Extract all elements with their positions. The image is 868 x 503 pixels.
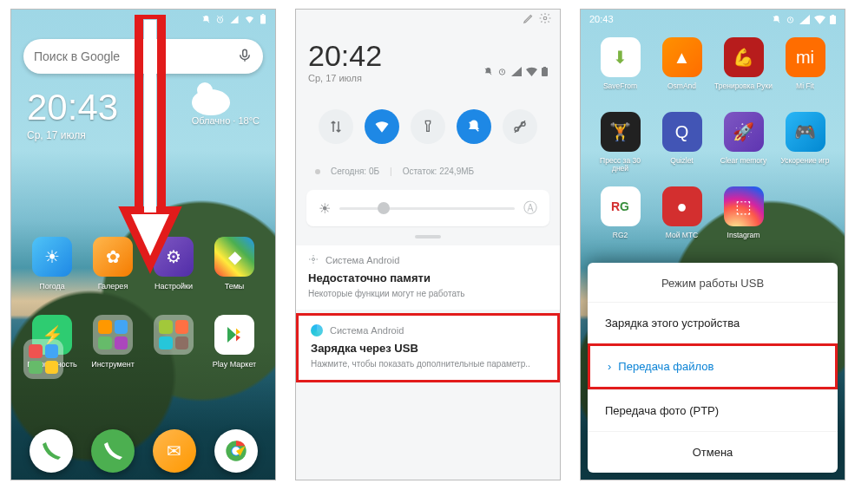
status-time: 20:43 bbox=[589, 14, 614, 24]
qs-mobile-data[interactable] bbox=[319, 109, 353, 144]
weather-icon: ☀ bbox=[32, 237, 72, 277]
map-icon: ▲ bbox=[662, 37, 702, 77]
qs-flashlight[interactable] bbox=[411, 109, 445, 144]
wifi-icon bbox=[814, 15, 825, 24]
shade-drag-handle[interactable] bbox=[415, 235, 441, 238]
screen-usb-dialog: 20:43 ⬇SaveFrom ▲OsmAnd 💪Тренировка Руки… bbox=[580, 9, 845, 480]
pencil-icon[interactable] bbox=[523, 12, 535, 26]
dock-dialer[interactable] bbox=[30, 429, 73, 473]
app-instagram[interactable]: ⬚Instagram bbox=[713, 186, 774, 249]
folder-icon bbox=[93, 315, 133, 355]
app-quizlet[interactable]: QQuizlet bbox=[651, 112, 713, 174]
app-arm-workout[interactable]: 💪Тренировка Руки bbox=[713, 37, 774, 100]
weather-text: Облачно · 18°C bbox=[192, 115, 260, 126]
download-icon: ⬇ bbox=[601, 37, 641, 77]
app-abs30[interactable]: 🏋Пресс за 30 дней bbox=[589, 112, 651, 174]
slider-track[interactable] bbox=[339, 207, 515, 210]
qs-screenshot[interactable] bbox=[503, 109, 537, 144]
svg-rect-19 bbox=[830, 16, 836, 24]
clock-block[interactable]: 20:43 Ср, 17 июля bbox=[27, 89, 118, 141]
usb-option-ptp[interactable]: Передача фото (PTP) bbox=[588, 389, 838, 431]
signal-icon bbox=[799, 15, 810, 24]
qs-dnd[interactable] bbox=[457, 109, 491, 144]
alarm-icon bbox=[215, 15, 225, 24]
android-icon bbox=[311, 324, 323, 336]
app-themes[interactable]: ◆Темы bbox=[204, 237, 265, 291]
usb-option-file-transfer[interactable]: › Передача файлов bbox=[588, 343, 838, 389]
shade-date: Ср, 17 июля bbox=[308, 73, 382, 83]
instagram-icon: ⬚ bbox=[724, 186, 764, 226]
chevron-right-icon: › bbox=[608, 360, 611, 373]
sun-icon: ☀ bbox=[319, 200, 331, 217]
shade-header: 20:42 Ср, 17 июля bbox=[296, 29, 560, 88]
status-icons-right bbox=[201, 14, 266, 24]
notification-usb-charging[interactable]: Система Android Зарядка через USB Нажмит… bbox=[296, 313, 560, 382]
quizlet-icon: Q bbox=[662, 112, 702, 152]
clock-time: 20:43 bbox=[27, 89, 118, 126]
rg2-icon: RG bbox=[601, 186, 641, 226]
notif-title: Зарядка через USB bbox=[311, 342, 545, 355]
alarm-icon bbox=[497, 67, 507, 76]
svg-rect-1 bbox=[260, 15, 266, 23]
bell-off-icon bbox=[772, 15, 781, 24]
mi-icon: mi bbox=[786, 37, 825, 77]
notification-shade: 20:42 Ср, 17 июля Сегодня: 0Б | Остаток:… bbox=[296, 10, 560, 480]
folder-icon[interactable] bbox=[23, 339, 63, 379]
bell-off-icon bbox=[201, 15, 211, 24]
qs-wifi[interactable] bbox=[365, 109, 399, 144]
dock-chrome[interactable] bbox=[214, 429, 258, 473]
themes-icon: ◆ bbox=[214, 237, 254, 277]
svg-rect-10 bbox=[144, 20, 156, 212]
app-mymts[interactable]: ●Мой МТС bbox=[651, 186, 713, 249]
signal-icon bbox=[511, 67, 522, 76]
slider-thumb[interactable] bbox=[378, 202, 390, 214]
notif-body: Нажмите, чтобы показать дополнительные п… bbox=[311, 358, 545, 369]
battery-icon bbox=[260, 14, 266, 24]
app-savefrom[interactable]: ⬇SaveFrom bbox=[589, 37, 651, 100]
brightness-slider[interactable]: ☀ Ⓐ bbox=[306, 190, 549, 226]
rocket-icon: 🚀 bbox=[724, 112, 764, 152]
app-weather[interactable]: ☀Погода bbox=[22, 237, 82, 291]
svg-rect-13 bbox=[542, 68, 548, 76]
auto-brightness-toggle[interactable]: Ⓐ bbox=[523, 199, 537, 218]
svg-rect-20 bbox=[832, 15, 834, 16]
app-tools-folder[interactable]: Инструмент bbox=[82, 315, 143, 369]
storage-remaining: Остаток: 224,9МБ bbox=[403, 167, 474, 176]
shade-status-icons bbox=[483, 67, 548, 76]
dock-phone[interactable] bbox=[91, 429, 135, 473]
search-placeholder: Поиск в Google bbox=[34, 49, 120, 63]
weather-widget[interactable]: Облачно · 18°C bbox=[192, 89, 260, 126]
app-gamebooster[interactable]: 🎮Ускорение игр bbox=[774, 112, 836, 174]
usb-mode-sheet: Режим работы USB Зарядка этого устройств… bbox=[588, 263, 838, 473]
app-mifit[interactable]: miMi Fit bbox=[774, 37, 836, 100]
status-icons-right bbox=[772, 15, 836, 24]
notif-body: Некоторые функции могут не работать bbox=[308, 288, 548, 299]
notif-app: Система Android bbox=[330, 325, 404, 336]
status-bar bbox=[296, 10, 560, 29]
sheet-cancel-button[interactable]: Отмена bbox=[588, 431, 838, 473]
gear-icon[interactable] bbox=[539, 12, 551, 26]
mic-icon[interactable] bbox=[237, 46, 253, 68]
dock-browser[interactable]: ✉ bbox=[153, 429, 196, 473]
clock-date: Ср, 17 июля bbox=[27, 129, 118, 141]
app-clearmem[interactable]: 🚀Clear memory bbox=[713, 112, 774, 174]
status-icons-right bbox=[523, 12, 551, 26]
storage-usage-row[interactable]: Сегодня: 0Б | Остаток: 224,9МБ bbox=[306, 161, 549, 181]
gamepad-icon: 🎮 bbox=[786, 112, 825, 152]
usb-option-charge[interactable]: Зарядка этого устройства bbox=[588, 302, 838, 343]
svg-rect-3 bbox=[243, 49, 247, 56]
app-osmand[interactable]: ▲OsmAnd bbox=[651, 37, 713, 100]
mts-icon: ● bbox=[662, 186, 702, 226]
app-rg2[interactable]: RGRG2 bbox=[589, 186, 651, 249]
cloud-icon bbox=[192, 89, 230, 115]
app-grid: ⬇SaveFrom ▲OsmAnd 💪Тренировка Руки miMi … bbox=[581, 37, 845, 249]
abs-icon: 🏋 bbox=[601, 112, 641, 152]
gear-icon bbox=[308, 254, 319, 266]
app-playstore[interactable]: Play Маркет bbox=[204, 315, 265, 369]
signal-icon bbox=[229, 15, 240, 24]
quick-settings-row bbox=[306, 97, 549, 156]
wifi-icon bbox=[526, 67, 537, 76]
app-folder2[interactable] bbox=[143, 315, 204, 369]
notification-low-memory[interactable]: Система Android Недостаточно памяти Неко… bbox=[296, 245, 560, 310]
arm-icon: 💪 bbox=[724, 37, 764, 77]
